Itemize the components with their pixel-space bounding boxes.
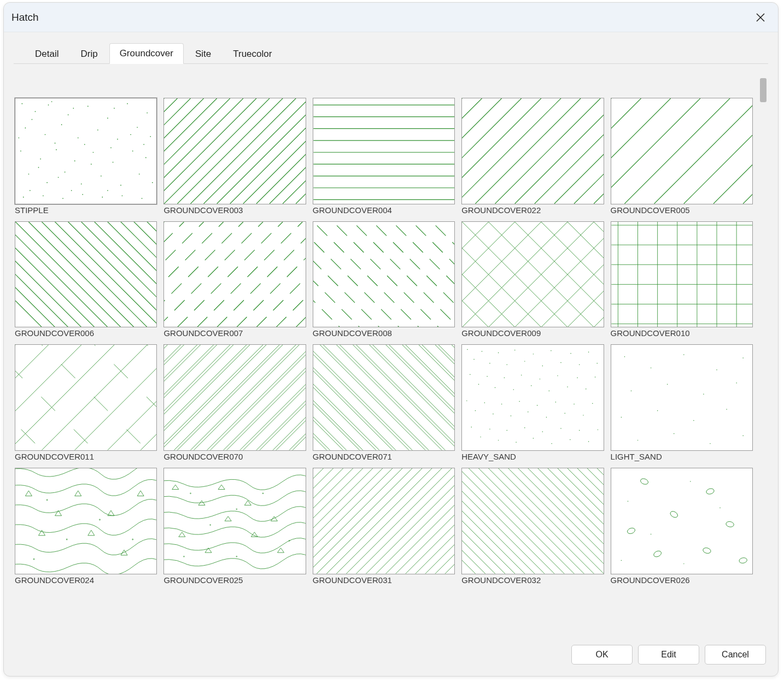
svg-line-236 xyxy=(313,345,425,450)
close-button[interactable] xyxy=(750,7,771,28)
pattern-item[interactable]: GROUNDCOVER010 xyxy=(611,221,753,338)
pattern-item[interactable]: GROUNDCOVER026 xyxy=(611,468,753,585)
tab-site[interactable]: Site xyxy=(185,44,221,64)
svg-point-300 xyxy=(471,427,472,427)
svg-point-311 xyxy=(570,439,570,440)
svg-line-385 xyxy=(435,468,454,574)
pattern-label: GROUNDCOVER004 xyxy=(313,205,455,215)
svg-line-409 xyxy=(574,468,603,574)
pattern-label: GROUNDCOVER010 xyxy=(611,328,753,338)
pattern-item[interactable]: GROUNDCOVER011 xyxy=(15,344,157,461)
svg-line-134 xyxy=(256,222,305,327)
svg-point-275 xyxy=(513,390,514,390)
tab-truecolor[interactable]: Truecolor xyxy=(223,44,282,64)
pattern-item[interactable]: GROUNDCOVER024 xyxy=(15,468,157,585)
cancel-button[interactable]: Cancel xyxy=(705,645,766,665)
pattern-label: GROUNDCOVER070 xyxy=(163,452,306,461)
svg-point-287 xyxy=(484,403,485,403)
pattern-item[interactable]: GROUNDCOVER009 xyxy=(461,221,604,338)
pattern-item[interactable]: GROUNDCOVER031 xyxy=(313,468,455,585)
svg-point-420 xyxy=(627,501,628,502)
svg-point-423 xyxy=(719,508,720,508)
pattern-swatch xyxy=(15,221,157,328)
svg-point-14 xyxy=(97,130,98,131)
svg-marker-353 xyxy=(179,532,185,537)
pattern-label: GROUNDCOVER003 xyxy=(163,205,306,215)
pattern-item[interactable]: HEAVY_SAND xyxy=(461,344,604,461)
svg-point-27 xyxy=(46,182,48,183)
scroll-thumb[interactable] xyxy=(760,78,767,102)
pattern-swatch xyxy=(163,98,306,204)
svg-point-326 xyxy=(693,420,694,421)
tab-detail[interactable]: Detail xyxy=(25,44,69,64)
svg-line-208 xyxy=(174,345,280,450)
svg-point-263 xyxy=(542,366,543,366)
pattern-item[interactable]: GROUNDCOVER032 xyxy=(461,468,604,585)
svg-point-295 xyxy=(555,402,556,402)
svg-line-103 xyxy=(654,98,752,204)
svg-line-71 xyxy=(243,98,306,204)
vertical-scrollbar[interactable] xyxy=(758,70,768,641)
svg-point-43 xyxy=(73,108,74,109)
svg-line-64 xyxy=(164,98,256,204)
pattern-swatch xyxy=(163,468,306,574)
pattern-item[interactable]: GROUNDCOVER071 xyxy=(313,344,455,461)
pattern-item[interactable]: GROUNDCOVER004 xyxy=(313,98,455,215)
svg-point-343 xyxy=(132,539,133,540)
svg-line-184 xyxy=(15,345,114,450)
svg-line-384 xyxy=(425,468,454,574)
svg-line-143 xyxy=(340,222,454,327)
svg-line-390 xyxy=(462,468,505,574)
svg-point-355 xyxy=(190,493,191,494)
svg-point-421 xyxy=(690,481,691,481)
svg-point-262 xyxy=(533,354,534,355)
svg-point-30 xyxy=(101,175,102,177)
svg-point-282 xyxy=(577,378,578,378)
svg-point-341 xyxy=(100,519,101,520)
svg-line-243 xyxy=(359,345,454,450)
pattern-swatch xyxy=(313,221,455,328)
svg-point-425 xyxy=(621,560,621,561)
pattern-item[interactable]: GROUNDCOVER070 xyxy=(163,344,306,461)
svg-line-116 xyxy=(15,222,55,327)
pattern-item[interactable]: LIGHT_SAND xyxy=(611,344,753,461)
svg-line-188 xyxy=(141,345,156,450)
svg-point-322 xyxy=(703,394,704,395)
pattern-item[interactable]: GROUNDCOVER008 xyxy=(313,221,455,338)
svg-point-272 xyxy=(487,376,488,377)
svg-line-65 xyxy=(165,98,270,204)
svg-point-413 xyxy=(705,488,714,495)
pattern-item[interactable]: GROUNDCOVER022 xyxy=(461,98,604,215)
svg-line-212 xyxy=(207,345,306,450)
tab-drip[interactable]: Drip xyxy=(70,44,108,64)
svg-line-379 xyxy=(376,468,455,574)
pattern-item[interactable]: GROUNDCOVER005 xyxy=(611,98,753,215)
ok-button[interactable]: OK xyxy=(571,645,633,665)
edit-button[interactable]: Edit xyxy=(638,645,699,665)
pattern-swatch xyxy=(313,98,455,204)
pattern-item[interactable]: GROUNDCOVER007 xyxy=(163,221,306,338)
pattern-item[interactable]: GROUNDCOVER025 xyxy=(163,468,306,585)
pattern-label: STIPPLE xyxy=(15,205,157,215)
svg-line-122 xyxy=(121,222,156,327)
pattern-item[interactable]: GROUNDCOVER003 xyxy=(163,98,306,215)
svg-line-370 xyxy=(313,468,393,574)
svg-marker-347 xyxy=(225,516,232,521)
pattern-label: GROUNDCOVER025 xyxy=(163,575,306,585)
svg-line-221 xyxy=(276,345,305,450)
svg-line-186 xyxy=(75,345,157,450)
svg-point-342 xyxy=(66,539,67,540)
svg-line-253 xyxy=(442,345,454,450)
svg-point-31 xyxy=(120,185,121,186)
svg-line-146 xyxy=(399,222,454,327)
svg-line-109 xyxy=(42,222,157,327)
svg-line-161 xyxy=(462,222,541,327)
svg-point-19 xyxy=(40,158,41,160)
svg-point-261 xyxy=(524,361,525,362)
tab-groundcover[interactable]: Groundcover xyxy=(109,43,184,64)
pattern-item[interactable]: GROUNDCOVER006 xyxy=(15,221,157,338)
pattern-swatch xyxy=(163,344,306,451)
pattern-item[interactable]: STIPPLE xyxy=(15,98,157,215)
svg-line-90 xyxy=(462,98,561,204)
svg-point-48 xyxy=(71,190,72,191)
